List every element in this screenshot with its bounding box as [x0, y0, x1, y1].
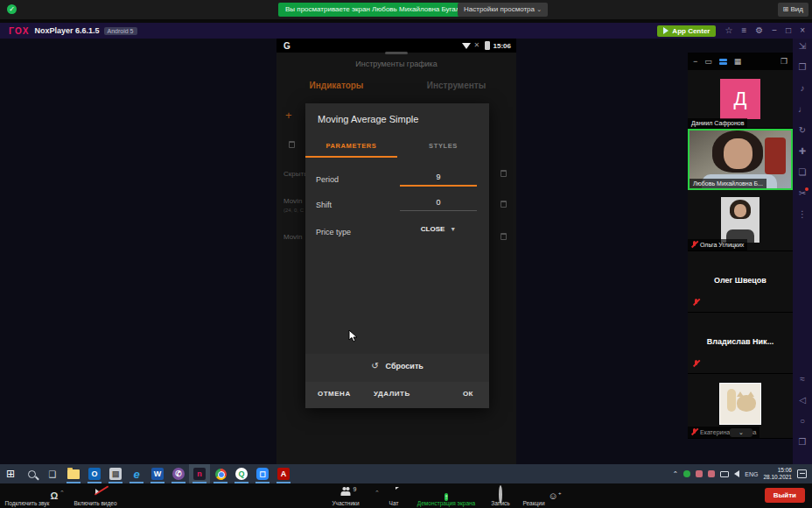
- app-button[interactable]: ▤: [105, 464, 126, 483]
- file-explorer-button[interactable]: [63, 464, 84, 483]
- task-view-button[interactable]: ❑: [42, 464, 63, 483]
- windows-taskbar: ⊞ ❑ O ▤ e W ✆ n Q ◻ A ⌃ ENG 15:06 28.10.…: [0, 464, 812, 483]
- display-icon[interactable]: [720, 471, 729, 477]
- maximize-button[interactable]: □: [786, 26, 791, 35]
- cut-icon[interactable]: ✂: [799, 189, 806, 198]
- back-icon[interactable]: ◁: [799, 396, 806, 405]
- acrobat-button[interactable]: A: [273, 464, 294, 483]
- period-input[interactable]: 9: [400, 173, 477, 187]
- trash-icon[interactable]: [500, 170, 507, 177]
- indicator-item-title[interactable]: Movin: [284, 197, 306, 205]
- rotate-icon[interactable]: ↻: [799, 126, 806, 135]
- grid-view-icon: ⊞: [783, 5, 791, 13]
- join-audio-button[interactable]: Ω↑ Подключить звук: [0, 483, 54, 508]
- indicator-item-title[interactable]: Movin: [284, 233, 306, 241]
- nox-title-bar: ΓΟΧ NoxPlayer 6.6.1.5 Android 5 App Cent…: [0, 23, 812, 39]
- keyboard-icon[interactable]: ❐: [799, 63, 807, 72]
- price-type-value: CLOSE: [421, 225, 445, 233]
- gallery-view-icon[interactable]: ▦: [734, 58, 742, 66]
- price-type-select[interactable]: CLOSE▼: [400, 225, 477, 236]
- gift-icon[interactable]: ☆: [724, 26, 732, 35]
- participant-tile[interactable]: Олег Швецов: [688, 251, 793, 313]
- shift-input[interactable]: 0: [400, 198, 477, 211]
- taskbar-clock[interactable]: 15:06 28.10.2021: [763, 467, 792, 481]
- action-center-icon[interactable]: [797, 469, 807, 478]
- cancel-button[interactable]: ОТМЕНА: [318, 390, 351, 398]
- delete-button[interactable]: УДАЛИТЬ: [374, 390, 410, 398]
- screen-share-banner: Вы просматриваете экран Любовь Михайловн…: [278, 3, 474, 17]
- volume-down-icon[interactable]: ♩: [798, 105, 807, 114]
- search-button[interactable]: [21, 464, 42, 483]
- record-button[interactable]: Запись: [483, 483, 518, 508]
- shake-icon[interactable]: ≈: [800, 375, 805, 384]
- volume-up-icon[interactable]: ♪: [801, 84, 805, 93]
- scroll-down-chevron[interactable]: ⌄: [730, 428, 752, 437]
- participant-tile[interactable]: Д Даниил Сафронов: [688, 70, 793, 129]
- outlook-button[interactable]: O: [84, 464, 105, 483]
- viber-button[interactable]: ✆: [168, 464, 189, 483]
- tab-tools[interactable]: Инструменты: [396, 81, 516, 90]
- trash-icon[interactable]: [500, 233, 507, 240]
- hidden-icons-chevron[interactable]: ⌃: [673, 470, 679, 478]
- speaker-icon[interactable]: [734, 470, 739, 477]
- speaker-view-icon[interactable]: [719, 59, 727, 65]
- settings-gear-icon[interactable]: ⚙: [755, 26, 763, 35]
- view-button[interactable]: ⊞ Вид: [778, 3, 808, 17]
- popout-icon[interactable]: ❐: [780, 58, 788, 66]
- participant-name: Даниил Сафронов: [688, 118, 747, 128]
- start-button[interactable]: ⊞: [0, 464, 21, 483]
- tab-styles[interactable]: STYLES: [397, 138, 489, 158]
- price-type-label: Price type: [316, 228, 351, 236]
- participant-tile[interactable]: Владислав Ник...: [688, 313, 793, 374]
- close-button[interactable]: ×: [800, 26, 805, 35]
- language-indicator[interactable]: ENG: [745, 471, 758, 477]
- hide-label[interactable]: Скрыть: [284, 170, 305, 178]
- play-store-icon: [663, 27, 668, 34]
- chevron-down-icon: ⌄: [536, 6, 542, 12]
- sheet-drag-handle[interactable]: [385, 52, 408, 54]
- view-settings-button[interactable]: Настройки просмотра ⌄: [458, 3, 548, 17]
- participants-button[interactable]: 9 Участники: [319, 483, 372, 508]
- google-g-icon: G: [284, 41, 290, 51]
- leave-meeting-button[interactable]: Выйти: [765, 488, 805, 503]
- chrome-button[interactable]: [210, 464, 231, 483]
- app-center-button[interactable]: App Center: [657, 25, 716, 37]
- task-view-icon: ❑: [49, 469, 57, 479]
- tray-app-icon[interactable]: [708, 470, 715, 477]
- participant-tile-active-speaker[interactable]: Любовь Михайловна Б...: [688, 129, 793, 190]
- tray-app-icon[interactable]: [696, 470, 703, 477]
- thumbnail-view-icon[interactable]: ▭: [704, 58, 712, 66]
- fullscreen-icon[interactable]: ⇲: [799, 42, 806, 51]
- ok-button[interactable]: ОК: [463, 390, 473, 398]
- chat-button[interactable]: Чат: [378, 483, 410, 508]
- word-icon: W: [151, 468, 164, 480]
- menu-icon[interactable]: ≡: [741, 26, 746, 35]
- avatar: Д: [720, 79, 760, 119]
- start-video-button[interactable]: Включить видео: [68, 483, 122, 508]
- word-button[interactable]: W: [147, 464, 168, 483]
- noxplayer-button[interactable]: n: [189, 464, 210, 483]
- copy-icon[interactable]: ❏: [799, 168, 807, 177]
- tab-indicators[interactable]: Индикаторы: [276, 81, 396, 90]
- audio-options-chevron[interactable]: ⌃: [60, 490, 65, 497]
- minimize-button[interactable]: −: [772, 26, 777, 35]
- screenshot-icon[interactable]: ✚: [799, 147, 806, 156]
- internet-explorer-button[interactable]: e: [126, 464, 147, 483]
- add-indicator-icon[interactable]: +: [285, 109, 292, 122]
- recents-icon[interactable]: ❒: [799, 438, 807, 447]
- status-green-icon[interactable]: [683, 470, 690, 477]
- trash-icon[interactable]: [289, 141, 295, 148]
- trash-icon[interactable]: [500, 201, 507, 208]
- home-icon[interactable]: ○: [800, 417, 805, 426]
- app-icon: ▤: [109, 468, 122, 480]
- outlook-icon: O: [88, 468, 101, 480]
- collapse-icon[interactable]: −: [693, 58, 697, 66]
- share-screen-button[interactable]: ↑ Демонстрация экрана: [410, 483, 483, 508]
- reactions-button[interactable]: ☺+ Реакции: [514, 483, 553, 508]
- tab-parameters[interactable]: PARAMETERS: [305, 138, 397, 158]
- reset-button[interactable]: ↺Сбросить: [305, 361, 489, 370]
- more-tools-icon[interactable]: ⋮: [798, 210, 807, 219]
- participant-tile[interactable]: Ольга Углицких: [688, 190, 793, 251]
- zoom-app-button[interactable]: ◻: [252, 464, 273, 483]
- q-app-button[interactable]: Q: [231, 464, 252, 483]
